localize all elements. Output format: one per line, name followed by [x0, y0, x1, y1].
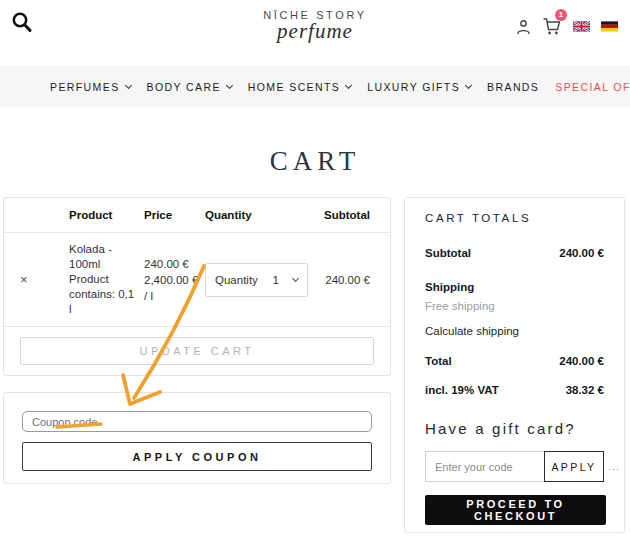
account-icon[interactable]	[516, 19, 531, 35]
col-subtotal: Subtotal	[317, 209, 370, 221]
language-german-flag-icon[interactable]	[601, 21, 618, 32]
nav-special-offers[interactable]: SPECIAL OFFERS	[555, 81, 630, 93]
header-icons: 1	[516, 16, 618, 37]
total-label: Total	[425, 355, 452, 367]
quantity-select[interactable]: Quantity 1	[205, 263, 308, 297]
col-price: Price	[144, 209, 205, 221]
gift-card-code-input[interactable]	[425, 451, 544, 482]
site-header: NÏCHE STORY perfume 1	[0, 0, 630, 66]
subtotal-label: Subtotal	[425, 247, 471, 259]
vat-row: incl. 19% VAT 38.32 €	[425, 384, 604, 396]
line-subtotal: 240.00 €	[317, 274, 370, 286]
cart-totals-panel: CART TOTALS Subtotal 240.00 € Shipping F…	[404, 197, 625, 533]
vat-label: incl. 19% VAT	[425, 384, 499, 396]
subtotal-value: 240.00 €	[559, 247, 604, 259]
total-value: 240.00 €	[559, 355, 604, 367]
cart-items-panel: Product Price Quantity Subtotal × Kolada…	[3, 197, 391, 376]
product-contains-note: Product contains: 0,1 l	[69, 273, 134, 315]
nav-luxury-gifts[interactable]: LUXURY GIFTS	[367, 81, 471, 93]
remove-item-icon[interactable]: ×	[20, 273, 36, 286]
product-link[interactable]: Kolada - 100ml	[69, 243, 112, 270]
language-english-flag-icon[interactable]	[573, 21, 590, 32]
chevron-down-icon	[292, 274, 299, 281]
apply-coupon-button[interactable]: APPLY COUPON	[22, 442, 372, 471]
col-quantity: Quantity	[205, 209, 317, 221]
cart-totals-title: CART TOTALS	[425, 212, 604, 224]
update-cart-button[interactable]: UPDATE CART	[20, 337, 374, 365]
product-name-cell: Kolada - 100ml Product contains: 0,1 l	[69, 242, 144, 317]
proceed-to-checkout-button[interactable]: PROCEED TO CHECKOUT	[425, 495, 606, 525]
gift-card-form: APPLY ...	[425, 451, 604, 482]
price-cell: 240.00 € 2,400.00 € / l	[144, 256, 205, 304]
unit-price: 2,400.00 € / l	[144, 274, 198, 302]
cart-item-row: × Kolada - 100ml Product contains: 0,1 l…	[4, 233, 390, 327]
cart-page: NÏCHE STORY perfume 1	[0, 0, 630, 543]
gift-card-apply-button[interactable]: APPLY	[544, 451, 604, 482]
cart-icon[interactable]: 1	[542, 16, 562, 37]
gift-card-title: Have a gift card?	[425, 420, 604, 437]
shipping-label: Shipping	[425, 281, 604, 293]
coupon-panel: APPLY COUPON	[3, 392, 391, 484]
chevron-down-icon	[465, 81, 472, 88]
coupon-code-input[interactable]	[22, 411, 372, 432]
subtotal-row: Subtotal 240.00 €	[425, 247, 604, 259]
nav-body-care[interactable]: BODY CARE	[147, 81, 232, 93]
chevron-down-icon	[125, 81, 132, 88]
total-row: Total 240.00 €	[425, 355, 604, 367]
shipping-method: Free shipping	[425, 300, 604, 312]
nav-brands[interactable]: BRANDS	[487, 81, 539, 93]
nav-home-scents[interactable]: HOME SCENTS	[248, 81, 351, 93]
main-navigation: PERFUMES BODY CARE HOME SCENTS LUXURY GI…	[0, 66, 630, 107]
calculate-shipping-link[interactable]: Calculate shipping	[425, 325, 604, 337]
vat-value: 38.32 €	[566, 384, 604, 396]
chevron-down-icon	[345, 81, 352, 88]
chevron-down-icon	[226, 81, 233, 88]
nav-perfumes[interactable]: PERFUMES	[50, 81, 131, 93]
quantity-label: Quantity	[215, 274, 258, 286]
cart-count-badge: 1	[555, 9, 567, 21]
item-price: 240.00 €	[144, 258, 189, 270]
cart-table-header: Product Price Quantity Subtotal	[4, 198, 390, 233]
overflow-dots: ...	[608, 460, 620, 472]
page-title: CART	[0, 146, 630, 177]
col-product: Product	[69, 209, 144, 221]
quantity-value: 1	[273, 274, 279, 286]
